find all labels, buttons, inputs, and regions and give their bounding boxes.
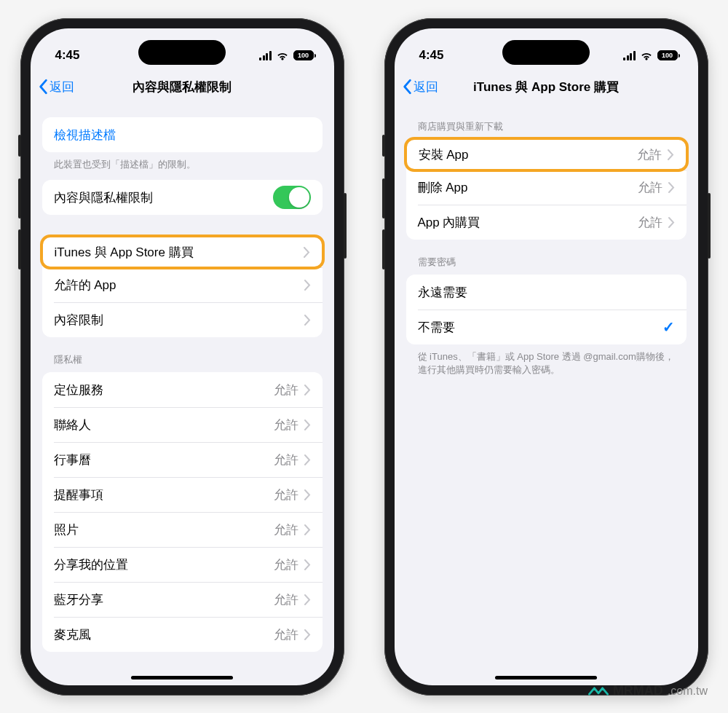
row-label: 照片 — [54, 521, 79, 538]
store-row[interactable]: 刪除 App允許 — [406, 170, 687, 205]
always-require-row[interactable]: 永遠需要 — [406, 275, 687, 310]
section1-header: 商店購買與重新下載 — [406, 104, 687, 139]
chevron-left-icon — [402, 79, 412, 95]
row-value: 允許 — [274, 521, 298, 538]
back-label: 返回 — [50, 79, 74, 95]
row-label: 永遠需要 — [418, 284, 467, 301]
privacy-row[interactable]: 聯絡人允許 — [42, 407, 323, 442]
chevron-right-icon — [304, 629, 311, 640]
profile-footer: 此裝置也受到「描述檔」的限制。 — [42, 152, 323, 171]
status-time: 4:45 — [419, 48, 444, 63]
row-value: 允許 — [274, 417, 298, 433]
row-value: 允許 — [274, 487, 298, 503]
row-value: 允許 — [638, 214, 662, 231]
chevron-right-icon — [304, 315, 311, 326]
dynamic-island — [138, 40, 226, 65]
row-label: 安裝 App — [419, 146, 469, 163]
row-value: 允許 — [274, 382, 298, 398]
row-label: 提醒事項 — [54, 487, 103, 503]
signal-icon — [259, 51, 272, 60]
not-require-row[interactable]: 不需要 ✓ — [406, 310, 687, 344]
page-title: 內容與隱私權限制 — [31, 79, 334, 95]
privacy-header: 隱私權 — [42, 337, 323, 372]
nav-bar: 返回 iTunes 與 App Store 購買 — [395, 69, 698, 104]
view-profile-row[interactable]: 檢視描述檔 — [42, 117, 323, 152]
watermark-domain: .com.tw — [668, 685, 708, 698]
itunes-appstore-row[interactable]: iTunes 與 App Store 購買 — [40, 235, 325, 269]
watermark: MRMAD.com.tw — [588, 683, 708, 698]
row-value: 允許 — [638, 179, 662, 196]
phone-right: 4:45 100 返回 iTunes 與 App Store 購買 商店購買與重… — [384, 18, 708, 696]
back-button[interactable]: 返回 — [402, 79, 438, 95]
privacy-row[interactable]: 定位服務允許 — [42, 372, 323, 407]
row-value: 允許 — [274, 591, 298, 608]
store-purchase-group: 安裝 App允許刪除 App允許App 內購買允許 — [406, 137, 687, 240]
chevron-right-icon — [304, 419, 311, 430]
toggle-label: 內容與隱私權限制 — [54, 189, 153, 206]
chevron-right-icon — [304, 454, 311, 465]
wifi-icon — [640, 51, 653, 60]
allowed-apps-row[interactable]: 允許的 App — [42, 267, 323, 302]
wifi-icon — [276, 51, 289, 60]
row-label: 藍牙分享 — [54, 591, 103, 608]
privacy-row[interactable]: 麥克風允許 — [42, 617, 323, 652]
row-label: 不需要 — [418, 319, 455, 336]
nav-bar: 返回 內容與隱私權限制 — [31, 69, 334, 104]
store-row[interactable]: 安裝 App允許 — [404, 137, 689, 172]
chevron-right-icon — [304, 280, 311, 291]
row-value: 允許 — [274, 556, 298, 573]
row-value: 允許 — [274, 452, 298, 468]
password-group: 永遠需要 不需要 ✓ — [406, 275, 687, 344]
purchase-group: iTunes 與 App Store 購買 允許的 App 內容限制 — [42, 235, 323, 337]
chevron-right-icon — [304, 247, 310, 258]
row-label: 刪除 App — [418, 179, 468, 196]
section2-header: 需要密碼 — [406, 240, 687, 275]
row-label: 聯絡人 — [54, 417, 91, 433]
content-privacy-toggle-row[interactable]: 內容與隱私權限制 — [42, 180, 323, 215]
signal-icon — [623, 51, 636, 60]
home-indicator[interactable] — [131, 676, 233, 679]
toggle-group: 內容與隱私權限制 — [42, 180, 323, 215]
home-indicator[interactable] — [495, 676, 597, 679]
chevron-right-icon — [304, 594, 311, 605]
content-restrict-row[interactable]: 內容限制 — [42, 302, 323, 337]
privacy-row[interactable]: 藍牙分享允許 — [42, 582, 323, 617]
chevron-right-icon — [668, 217, 675, 228]
phone-left: 4:45 100 返回 內容與隱私權限制 檢視描述檔 此裝置也受到 — [20, 18, 344, 696]
row-label: App 內購買 — [418, 214, 480, 231]
chevron-right-icon — [668, 182, 675, 193]
battery-icon: 100 — [657, 50, 678, 60]
password-footer: 從 iTunes、「書籍」或 App Store 透過 @gmail.com購物… — [406, 344, 687, 377]
row-label: 麥克風 — [54, 626, 91, 643]
row-label: 內容限制 — [54, 312, 103, 328]
row-label: 允許的 App — [54, 277, 116, 294]
logo-icon — [588, 684, 609, 698]
privacy-row[interactable]: 照片允許 — [42, 512, 323, 547]
dynamic-island — [502, 40, 590, 65]
back-button[interactable]: 返回 — [38, 79, 74, 95]
status-time: 4:45 — [55, 48, 80, 63]
row-label: 行事曆 — [54, 452, 91, 468]
checkmark-icon: ✓ — [662, 318, 675, 336]
privacy-row[interactable]: 提醒事項允許 — [42, 477, 323, 512]
row-label: 定位服務 — [54, 382, 103, 398]
chevron-right-icon — [304, 385, 311, 395]
profile-group: 檢視描述檔 — [42, 117, 323, 152]
chevron-left-icon — [38, 79, 48, 95]
back-label: 返回 — [414, 79, 438, 95]
privacy-row[interactable]: 分享我的位置允許 — [42, 547, 323, 582]
chevron-right-icon — [304, 559, 311, 570]
battery-icon: 100 — [293, 50, 314, 60]
chevron-right-icon — [304, 524, 311, 535]
row-label: iTunes 與 App Store 購買 — [55, 244, 194, 261]
view-profile-label: 檢視描述檔 — [54, 127, 116, 143]
row-value: 允許 — [274, 626, 298, 643]
chevron-right-icon — [668, 149, 674, 160]
privacy-group: 定位服務允許聯絡人允許行事曆允許提醒事項允許照片允許分享我的位置允許藍牙分享允許… — [42, 372, 323, 652]
chevron-right-icon — [304, 489, 311, 500]
toggle-switch[interactable] — [273, 186, 311, 209]
watermark-brand: MRMAD — [613, 683, 663, 698]
store-row[interactable]: App 內購買允許 — [406, 205, 687, 240]
row-value: 允許 — [637, 146, 662, 163]
privacy-row[interactable]: 行事曆允許 — [42, 442, 323, 477]
